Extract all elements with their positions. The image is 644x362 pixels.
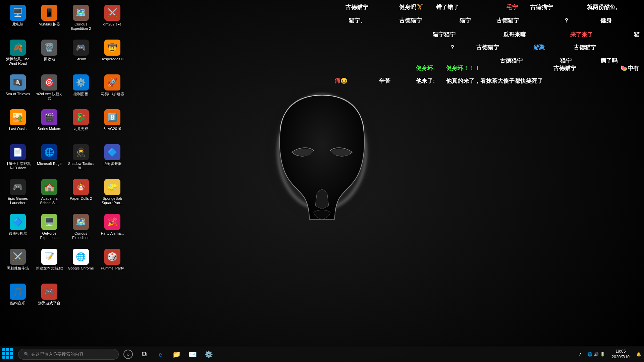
youyou-sim-label: 逍遥模拟器 (9, 231, 27, 236)
control-panel-label: 控制面板 (73, 92, 88, 96)
desktop-icon-youju-games[interactable]: 🎮游聚游戏平台 (34, 282, 64, 315)
desktop-icon-spongebob[interactable]: 🧽SpongeBob SquarePan... (97, 177, 127, 210)
folder-icon: 📁 (172, 350, 181, 358)
cortana-button[interactable]: ○ (120, 346, 136, 362)
task-view-button[interactable]: ⧉ (136, 346, 152, 362)
clock-date: 2020/7/10 (612, 354, 630, 360)
epic-games-label: Epic Games Launcher (4, 196, 32, 205)
youyou-sim-icon: 🔷 (10, 214, 26, 230)
desktop-icon-last-oasis[interactable]: 🏜️Last Oasis (3, 107, 33, 141)
tray-icons[interactable]: 🌐 🔊 🔋 (585, 346, 608, 362)
desktop-icon-geforce[interactable]: 🖥️GeForce Experience (34, 212, 64, 245)
mail-taskbar-button[interactable]: ✉️ (184, 346, 201, 362)
start-button[interactable] (0, 346, 17, 362)
geforce-icon: 🖥️ (41, 214, 57, 230)
curious-exp-label: Curious Expedition (67, 231, 95, 240)
luanfengluan-icon: 📄 (10, 144, 26, 160)
pummel-party-label: Pummel Party (101, 266, 124, 270)
settings-taskbar-button[interactable]: ⚙️ (201, 346, 217, 362)
new-text-icon: 📝 (41, 249, 57, 265)
dnf202-label: dnf202.exe (103, 22, 121, 26)
settings-icon: ⚙️ (205, 350, 213, 358)
desktop-icon-recycle-bin[interactable]: 🗑️回收站 (34, 38, 64, 71)
desktop-icon-desperados3[interactable]: 🤠Desperados III (97, 38, 127, 71)
control-panel-icon: ⚙️ (73, 74, 89, 90)
desktop-icon-kugou-music[interactable]: 🎵酷狗音乐 (3, 282, 33, 315)
desktop-icon-my-computer[interactable]: 🖥️此电脑 (3, 3, 33, 36)
academia-icon: 🏫 (41, 179, 57, 195)
shadow-tactics-icon: 🥷 (73, 144, 89, 160)
task-view-icon: ⧉ (142, 350, 147, 358)
jiulongewushuang-label: 九龙无双 (73, 127, 88, 131)
desktop-icon-jiulongewushuang[interactable]: 🐉九龙无双 (66, 107, 96, 141)
kugou-music-icon: 🎵 (10, 284, 26, 300)
desktop-icon-ra2ol[interactable]: 🎯ra2ol.exe 快捷方式 (34, 72, 64, 106)
desktop-icon-zifeng-wind[interactable]: 🍂紫枫秋风, The Wind Road (3, 38, 33, 71)
desktop-icon-control-panel[interactable]: ⚙️控制面板 (66, 72, 96, 106)
desktop-icon-epic-games[interactable]: 🎮Epic Games Launcher (3, 177, 33, 210)
desperados3-icon: 🤠 (104, 40, 120, 56)
desktop-icon-series-makers[interactable]: 🎬Series Makers (34, 107, 64, 141)
mumu-label: MuMu模拟器 (39, 22, 60, 26)
mail-icon: ✉️ (189, 350, 197, 358)
youyou-launcher-label: 逍遥多开器 (103, 162, 122, 166)
ra2ol-icon: 🎯 (41, 74, 57, 90)
desktop-icon-google-chrome[interactable]: 🌐Google Chrome (66, 247, 96, 280)
folder-taskbar-button[interactable]: 📁 (168, 346, 184, 362)
paper-dolls2-label: Paper Dolls 2 (70, 196, 92, 201)
heijianbing-icon: ⚔️ (10, 249, 26, 265)
notification-button[interactable]: 🔔 (634, 346, 644, 362)
desktop-icon-party-anima[interactable]: 🎉Party Anima... (97, 212, 127, 245)
desktop-icon-new-text[interactable]: 📝新建文本文档.txt (34, 247, 64, 280)
recycle-bin-label: 回收站 (44, 57, 55, 61)
system-clock[interactable]: 19:05 2020/7/10 (608, 346, 634, 362)
new-text-label: 新建文本文档.txt (36, 266, 63, 270)
desktop-icon-8flag2019[interactable]: 8️⃣8LAG2019 (97, 107, 127, 141)
desktop-icon-mumu[interactable]: 📱MuMu模拟器 (34, 3, 64, 36)
ie-icon: e (159, 350, 162, 359)
sea-of-thieves-icon: 🏴‍☠️ (10, 74, 26, 90)
ie-taskbar-button[interactable]: e (152, 346, 168, 362)
desktop-icon-curious-exp2[interactable]: 🗺️Curious Expedition 2 (66, 3, 96, 36)
curious-exp2-label: Curious Expedition 2 (67, 22, 95, 31)
desperados3-label: Desperados III (100, 57, 124, 61)
last-oasis-icon: 🏜️ (10, 109, 26, 125)
desktop-icon-dnf202[interactable]: ⚔️dnf202.exe (97, 3, 127, 36)
academia-label: Academia School Si... (36, 196, 63, 205)
series-makers-icon: 🎬 (41, 109, 57, 125)
windows-logo-icon (2, 348, 14, 360)
zifeng-wind-icon: 🍂 (10, 40, 26, 56)
taskbar-search[interactable]: 🔍 在这里输入你要搜索的内容 (18, 349, 119, 360)
spongebob-label: SpongeBob SquarePan... (99, 196, 126, 205)
youju-games-label: 游聚游戏平台 (38, 301, 60, 305)
desktop-icon-heijianbing[interactable]: ⚔️黑刺棘角斗场 (3, 247, 33, 280)
desktop-icon-shadow-tactics[interactable]: 🥷Shadow Tactics Bl... (66, 142, 96, 176)
show-hidden-icons[interactable]: ∧ (576, 346, 585, 362)
last-oasis-label: Last Oasis (9, 127, 26, 131)
desktop-icons: 🖥️此电脑📱MuMu模拟器🗺️Curious Expedition 2⚔️dnf… (0, 0, 141, 342)
desktop-icon-steam[interactable]: 🎮Steam (66, 38, 96, 71)
battery-icon: 🔋 (600, 352, 605, 357)
desktop-icon-netease-uu[interactable]: 🚀网易UU加速器 (97, 72, 127, 106)
desktop-icon-sea-of-thieves[interactable]: 🏴‍☠️Sea of Thieves (3, 72, 33, 106)
volume-icon: 🔊 (594, 352, 599, 357)
desktop-icon-youyou-sim[interactable]: 🔷逍遥模拟器 (3, 212, 33, 245)
desktop-icon-luanfengluan[interactable]: 📄【疯子】荒野乱斗ID.docx (3, 142, 33, 176)
heijianbing-label: 黑刺棘角斗场 (7, 266, 29, 270)
desktop-icon-pummel-party[interactable]: 🎲Pummel Party (97, 247, 127, 280)
sea-of-thieves-label: Sea of Thieves (5, 92, 30, 96)
desktop-icon-curious-exp[interactable]: 🗺️Curious Expedition (66, 212, 96, 245)
my-computer-icon: 🖥️ (10, 5, 26, 21)
desktop-icon-paper-dolls2[interactable]: 🪆Paper Dolls 2 (66, 177, 96, 210)
ms-edge-icon: 🌐 (41, 144, 57, 160)
youyou-launcher-icon: 🔷 (104, 144, 120, 160)
desktop-icon-academia[interactable]: 🏫Academia School Si... (34, 177, 64, 210)
party-anima-icon: 🎉 (104, 214, 120, 230)
ms-edge-label: Microsoft Edge (37, 162, 61, 166)
network-icon: 🌐 (587, 352, 592, 357)
desktop-icon-ms-edge[interactable]: 🌐Microsoft Edge (34, 142, 64, 176)
dnf202-icon: ⚔️ (104, 5, 120, 21)
cortana-icon: ○ (123, 350, 133, 359)
desktop-icon-youyou-launcher[interactable]: 🔷逍遥多开器 (97, 142, 127, 176)
pummel-party-icon: 🎲 (104, 249, 120, 265)
